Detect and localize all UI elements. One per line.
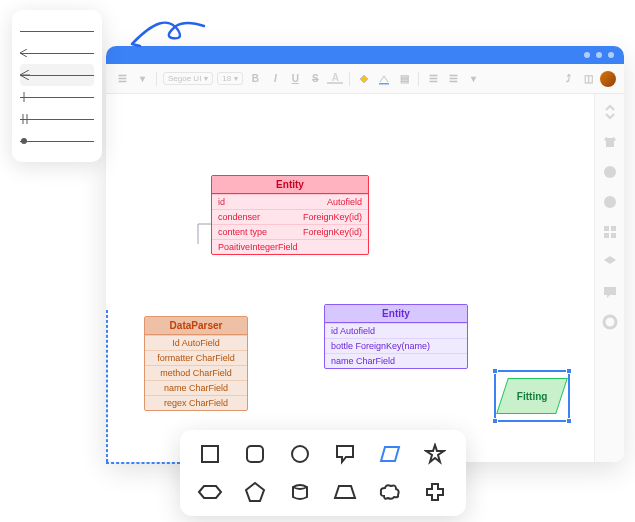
table-row: id Autofield <box>325 323 467 338</box>
svg-rect-5 <box>611 226 616 231</box>
palette-icon[interactable] <box>602 164 618 180</box>
shape-barrel[interactable] <box>282 478 318 506</box>
more-button[interactable]: ▾ <box>465 71 481 87</box>
table-row: idAutofield <box>212 194 368 209</box>
font-size-select[interactable]: 18▾ <box>217 72 243 85</box>
entity-pink[interactable]: Entity idAutofield condenserForeignKey(i… <box>211 175 369 255</box>
export-icon[interactable]: ◫ <box>580 71 596 87</box>
text-color-button[interactable]: A <box>327 73 343 84</box>
arrow-style-simple[interactable] <box>20 42 94 64</box>
grid-icon[interactable] <box>602 224 618 240</box>
browser-window: ☰ ▾ Segoe UI▾ 18▾ B I U S A ▤ ☰ ☰ ▾ ⤴ ◫ <box>106 46 624 462</box>
resize-handle-nw[interactable] <box>492 368 498 374</box>
table-row: Id AutoField <box>145 335 247 350</box>
shape-callout[interactable] <box>327 440 363 468</box>
shape-parallelogram[interactable] <box>372 440 408 468</box>
share-icon[interactable]: ⤴ <box>560 71 576 87</box>
arrow-style-plus[interactable] <box>20 64 94 86</box>
entity-purple[interactable]: Entity id Autofield bottle ForeignKey(na… <box>324 304 468 369</box>
shape-pentagon[interactable] <box>237 478 273 506</box>
svg-point-0 <box>21 138 27 144</box>
entity-pink-title: Entity <box>212 176 368 194</box>
editor-toolbar: ☰ ▾ Segoe UI▾ 18▾ B I U S A ▤ ☰ ☰ ▾ ⤴ ◫ <box>106 64 624 94</box>
entity-dataparser-title: DataParser <box>145 317 247 335</box>
strike-button[interactable]: S <box>307 71 323 87</box>
svg-rect-7 <box>611 233 616 238</box>
table-row: condenserForeignKey(id) <box>212 209 368 224</box>
comment-icon[interactable] <box>602 284 618 300</box>
shape-trapezoid[interactable] <box>327 478 363 506</box>
table-row: regex CharField <box>145 395 247 410</box>
table-row: formatter CharField <box>145 350 247 365</box>
border-button[interactable] <box>376 71 392 87</box>
fitting-label: Fitting <box>517 391 548 402</box>
svg-rect-9 <box>202 446 218 462</box>
window-max-icon[interactable] <box>596 52 602 58</box>
shape-rounded[interactable] <box>237 440 273 468</box>
arrow-style-none[interactable] <box>20 20 94 42</box>
layers-icon[interactable] <box>602 254 618 270</box>
fitting-shape[interactable]: Fitting <box>496 378 568 414</box>
svg-point-11 <box>292 446 308 462</box>
window-close-icon[interactable] <box>608 52 614 58</box>
resize-handle-ne[interactable] <box>566 368 572 374</box>
underline-button[interactable]: U <box>287 71 303 87</box>
fitting-selected[interactable]: Fitting <box>494 370 570 422</box>
shape-plus[interactable] <box>417 478 453 506</box>
bold-button[interactable]: B <box>247 71 263 87</box>
table-row: name CharField <box>145 380 247 395</box>
fill-button[interactable] <box>356 71 372 87</box>
smiley-icon[interactable] <box>602 194 618 210</box>
arrow-style-panel <box>12 10 102 162</box>
expand-icon[interactable] <box>602 104 618 120</box>
table-row: content typeForeignKey(id) <box>212 224 368 239</box>
line-style-button[interactable]: ▤ <box>396 71 412 87</box>
font-select[interactable]: Segoe UI▾ <box>163 72 213 85</box>
table-row: bottle ForeignKey(name) <box>325 338 467 353</box>
shape-picker <box>180 430 466 516</box>
entity-purple-title: Entity <box>325 305 467 323</box>
shape-cloud[interactable] <box>372 478 408 506</box>
guide-vertical <box>106 310 108 462</box>
arrow-style-circle[interactable] <box>20 130 94 152</box>
table-row: method CharField <box>145 365 247 380</box>
table-row: name CharField <box>325 353 467 368</box>
list-button[interactable]: ☰ <box>445 71 461 87</box>
canvas[interactable]: Entity idAutofield condenserForeignKey(i… <box>106 94 624 462</box>
entity-dataparser[interactable]: DataParser Id AutoField formatter CharFi… <box>144 316 248 411</box>
avatar[interactable] <box>600 71 616 87</box>
shape-star[interactable] <box>417 440 453 468</box>
arrow-style-double-bar[interactable] <box>20 108 94 130</box>
align-button[interactable]: ☰ <box>425 71 441 87</box>
shape-square[interactable] <box>192 440 228 468</box>
resize-handle-sw[interactable] <box>492 418 498 424</box>
svg-rect-10 <box>247 446 263 462</box>
table-row: PoaitiveIntegerField <box>212 239 368 254</box>
shirt-icon[interactable] <box>602 134 618 150</box>
right-dock <box>594 94 624 462</box>
italic-button[interactable]: I <box>267 71 283 87</box>
arrow-style-bar[interactable] <box>20 86 94 108</box>
svg-point-3 <box>604 196 616 208</box>
menu-icon[interactable]: ☰ <box>114 71 130 87</box>
svg-rect-1 <box>379 83 389 85</box>
svg-point-8 <box>604 316 616 328</box>
svg-rect-6 <box>604 233 609 238</box>
shape-hex-arrow[interactable] <box>192 478 228 506</box>
wrench-icon[interactable] <box>602 314 618 330</box>
shape-circle[interactable] <box>282 440 318 468</box>
svg-rect-4 <box>604 226 609 231</box>
doc-icon[interactable]: ▾ <box>134 71 150 87</box>
svg-point-2 <box>604 166 616 178</box>
guide-horizontal <box>106 462 180 464</box>
hand-drawn-arrow <box>128 16 210 52</box>
window-min-icon[interactable] <box>584 52 590 58</box>
resize-handle-se[interactable] <box>566 418 572 424</box>
